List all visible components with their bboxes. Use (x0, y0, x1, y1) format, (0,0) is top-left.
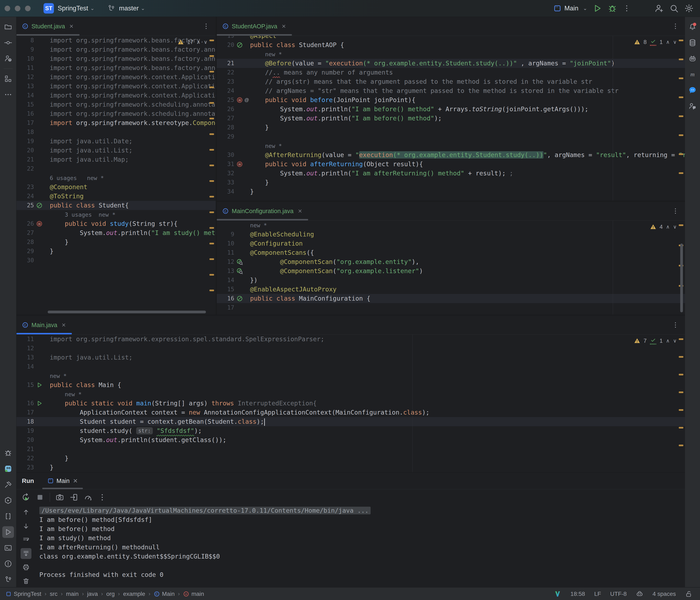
error-stripe-mark[interactable] (209, 71, 214, 72)
next-problem-icon[interactable]: ∨ (673, 38, 677, 47)
tool-stripe-brackets[interactable] (2, 510, 14, 522)
console-trash-button[interactable] (21, 576, 31, 586)
status-item[interactable]: UTF-8 (610, 591, 627, 597)
prev-problem-icon[interactable]: ∧ (197, 38, 200, 47)
tool-stripe-debug[interactable] (2, 447, 14, 459)
error-stripe-mark[interactable] (209, 290, 214, 291)
window-minimize-icon[interactable] (15, 6, 20, 11)
error-stripe-mark[interactable] (679, 427, 683, 429)
breadcrumb-item[interactable]: example (123, 591, 145, 597)
settings-button[interactable] (684, 3, 694, 13)
bean-icon[interactable] (36, 202, 43, 209)
copilot-icon[interactable] (636, 590, 643, 598)
tool-stripe-build[interactable] (2, 479, 14, 490)
scan-icon[interactable] (236, 259, 243, 265)
code-editor[interactable]: 11import org.springframework.expression.… (17, 335, 685, 472)
error-stripe-mark[interactable] (209, 212, 214, 213)
error-stripe-mark[interactable] (679, 356, 683, 358)
error-stripe-mark[interactable] (209, 87, 214, 88)
error-stripe-mark[interactable] (209, 243, 214, 244)
close-icon[interactable] (281, 24, 286, 29)
status-item[interactable]: 4 spaces (652, 591, 676, 597)
error-stripe-mark[interactable] (209, 258, 214, 260)
tool-stripe-more[interactable] (2, 89, 14, 100)
error-stripe-mark[interactable] (209, 165, 214, 166)
splitter-horizontal[interactable] (17, 315, 685, 316)
tool-stripe-ai-assistant[interactable] (687, 53, 698, 64)
aop-icon[interactable]: m (236, 161, 243, 168)
tool-stripe-ai-chat[interactable] (687, 100, 698, 112)
breadcrumb-item[interactable]: org (106, 591, 115, 597)
error-stripe-mark[interactable] (209, 118, 214, 119)
splitter-horizontal[interactable] (217, 201, 685, 202)
scan-icon[interactable] (236, 268, 243, 274)
status-item[interactable]: 18:58 (571, 591, 585, 597)
tool-stripe-structure[interactable] (2, 73, 14, 85)
at-icon[interactable]: @ (243, 97, 250, 103)
error-stripe-mark[interactable] (679, 40, 683, 41)
kebab-icon[interactable] (672, 207, 685, 215)
error-stripe-mark[interactable] (679, 135, 683, 136)
inspections-widget[interactable]: 71∧∨ (634, 336, 677, 345)
unlock-icon[interactable] (685, 590, 693, 598)
tool-stripe-notifications[interactable] (687, 21, 698, 33)
search-everywhere-button[interactable] (669, 3, 679, 13)
code-editor[interactable]: 8import org.springframework.beans.factor… (17, 36, 216, 315)
vertical-scrollbar[interactable] (680, 243, 683, 312)
error-stripe-mark[interactable] (679, 96, 683, 98)
error-stripe-mark[interactable] (209, 102, 214, 104)
breadcrumb-item[interactable]: java (87, 591, 98, 597)
error-stripe-mark[interactable] (679, 153, 683, 155)
more-options-button[interactable] (98, 493, 107, 502)
status-item[interactable]: LF (594, 591, 601, 597)
close-icon[interactable]: ✕ (73, 478, 78, 484)
prev-problem-icon[interactable]: ∧ (666, 38, 670, 47)
close-icon[interactable] (61, 322, 67, 328)
error-stripe-mark[interactable] (679, 224, 683, 226)
error-stripe-mark[interactable] (209, 40, 214, 41)
thread-dump-button[interactable] (55, 493, 64, 502)
debug-button[interactable] (607, 3, 617, 13)
error-stripe-mark[interactable] (679, 338, 683, 340)
error-stripe-mark[interactable] (679, 409, 683, 411)
tab-aop[interactable]: CStudentAOP.java (217, 17, 292, 35)
tab-config[interactable]: CMainConfiguration.java (217, 202, 308, 220)
run-config-selector[interactable]: Main ⌄ (553, 4, 587, 13)
prev-problem-icon[interactable]: ∧ (666, 336, 670, 345)
breadcrumb-item[interactable]: src (50, 591, 57, 597)
next-problem-icon[interactable]: ∨ (673, 336, 677, 345)
tool-stripe-run[interactable] (2, 526, 14, 538)
kebab-icon[interactable] (672, 23, 685, 30)
error-stripe-mark[interactable] (679, 172, 683, 174)
error-stripe-mark[interactable] (209, 180, 214, 182)
tool-stripe-maven[interactable]: m (687, 69, 698, 80)
kebab-icon[interactable] (672, 321, 685, 329)
error-stripe-mark[interactable] (209, 133, 214, 135)
aop-icon[interactable]: m (236, 97, 243, 103)
breadcrumb-item[interactable]: mmain (183, 591, 204, 597)
error-stripe-mark[interactable] (679, 374, 683, 376)
tool-stripe-commit[interactable] (2, 37, 14, 49)
error-stripe-mark[interactable] (209, 55, 214, 57)
stop-button[interactable] (35, 493, 44, 502)
rerun-button[interactable] (21, 493, 30, 502)
console-up-button[interactable] (21, 507, 31, 518)
console-scrollend-button[interactable] (21, 548, 31, 559)
inspections-widget[interactable]: 81∧∨ (634, 38, 677, 47)
tool-stripe-problems[interactable] (2, 558, 14, 570)
tab-main[interactable]: CMain.java (17, 316, 72, 334)
bean-icon[interactable] (236, 295, 243, 302)
tab-student[interactable]: CStudent.java (17, 17, 79, 35)
profiler-button[interactable] (84, 493, 93, 502)
error-stripe-mark[interactable] (209, 149, 214, 151)
inspections-widget[interactable]: 17∧∨ (178, 38, 207, 47)
tool-stripe-git-branch[interactable] (2, 574, 14, 585)
more-actions-button[interactable] (623, 4, 631, 13)
tool-stripe-chat[interactable] (687, 85, 698, 96)
close-icon[interactable] (69, 24, 74, 29)
error-stripe-mark[interactable] (679, 58, 683, 60)
project-name[interactable]: SpringTest (58, 5, 88, 12)
bean-icon[interactable] (236, 42, 243, 48)
error-stripe-mark[interactable] (679, 77, 683, 79)
window-close-icon[interactable] (5, 6, 10, 11)
